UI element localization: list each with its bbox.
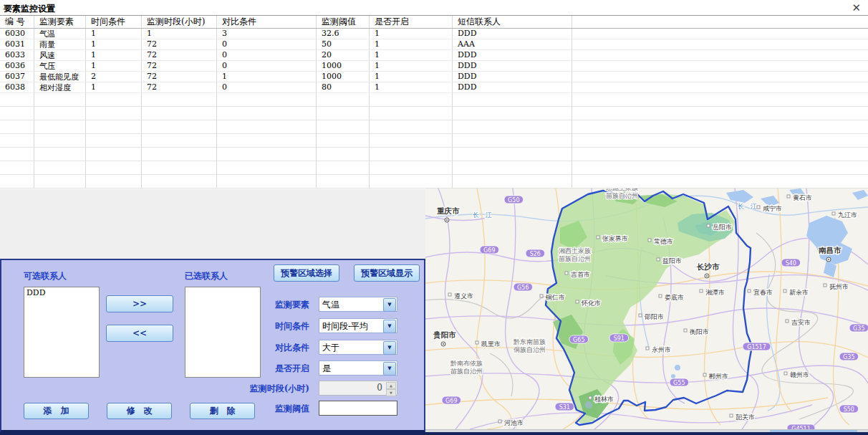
cell [453, 134, 572, 147]
settings-panel: 预警区域选择 预警区域显示 可选联系人 已选联系人 DDD >> << 监测要素… [0, 259, 425, 433]
cell [86, 134, 142, 147]
table-row[interactable]: 6036气压172010001DDD [0, 61, 868, 72]
enabled-label: 是否开启 [201, 360, 309, 376]
cell: DDD [453, 29, 572, 39]
map-svg[interactable]: G50G69S26G56S40G65S91G69S31G55G1517G35G3… [425, 188, 868, 429]
close-icon[interactable]: ✕ [852, 1, 861, 14]
cell: 1 [86, 29, 142, 39]
table-empty-row [0, 93, 868, 107]
cell: DDD [453, 72, 572, 82]
chevron-down-icon[interactable]: ▼ [383, 341, 396, 355]
cell-filler [572, 82, 868, 92]
cell: 6037 [0, 72, 34, 82]
table-empty-row [0, 107, 868, 120]
cell-filler [572, 161, 868, 174]
window-bottom-border [0, 432, 868, 435]
cell: 1 [86, 82, 142, 92]
chevron-down-icon[interactable]: ▼ [383, 362, 396, 376]
cell-filler [572, 61, 868, 71]
cell: 1 [370, 39, 453, 49]
add-button[interactable]: 添 加 [24, 403, 89, 419]
river-label: 长 江 [473, 211, 494, 219]
city-label: 怀化市 [581, 300, 601, 307]
cell: 气压 [34, 61, 86, 71]
cell [0, 107, 34, 120]
cell [86, 120, 142, 133]
road-badge-label: S50 [844, 406, 854, 413]
cell: 1000 [317, 72, 370, 82]
monitor-element-select[interactable]: 气温 ▼ [319, 297, 397, 312]
cell: DDD [453, 50, 572, 60]
city-label: 黄石市 [793, 194, 812, 201]
cell [0, 175, 34, 188]
cell: 72 [142, 82, 217, 92]
road-badge-label: G35 [853, 325, 864, 332]
map-canvas[interactable]: G50G69S26G56S40G65S91G69S31G55G1517G35G3… [425, 188, 868, 429]
cell [370, 148, 453, 161]
table-row[interactable]: 6033风速1720201DDD [0, 50, 868, 61]
cell [142, 148, 217, 161]
modify-button[interactable]: 修 改 [107, 403, 172, 419]
cell [370, 175, 453, 188]
road-badge-label: S26 [530, 251, 541, 257]
column-header[interactable]: 编 号 [0, 16, 34, 28]
cell [453, 107, 572, 120]
cell-filler [572, 107, 868, 120]
cell [217, 93, 317, 106]
city-label: 赣州市 [790, 371, 809, 378]
cell: 1 [370, 50, 453, 60]
city-label: 益阳市 [662, 257, 682, 264]
table-empty-row [0, 175, 868, 188]
chevron-down-icon[interactable]: ▼ [383, 320, 396, 333]
warn-area-select-button[interactable]: 预警区域选择 [274, 264, 339, 282]
road-badge-label: S91 [614, 335, 625, 342]
column-header[interactable]: 短信联系人 [453, 16, 572, 28]
column-header[interactable]: 时间条件 [86, 16, 142, 28]
cell-filler [572, 50, 868, 60]
road-badge-label: S31 [559, 404, 570, 411]
column-header[interactable]: 对比条件 [217, 16, 317, 28]
cell [34, 107, 86, 120]
table-row[interactable]: 6037最低能见度272110001DDD [0, 72, 868, 82]
city-label: 韶关市 [736, 414, 755, 421]
cell [453, 175, 572, 188]
city-label: 湘潭市 [705, 289, 725, 296]
cell [317, 148, 370, 161]
cell: 最低能见度 [34, 72, 86, 82]
region-label: 苗族自治州 [606, 192, 638, 199]
road-badge-label: G65 [573, 337, 584, 343]
cell: 6033 [0, 50, 34, 60]
table-row[interactable]: 6030气温11332.61DDD [0, 29, 868, 39]
enabled-select[interactable]: 是 ▼ [319, 360, 397, 376]
cell: 1 [370, 82, 453, 92]
cell [0, 120, 34, 133]
cell [142, 161, 217, 174]
delete-button[interactable]: 删 除 [190, 403, 255, 419]
table-row[interactable]: 6038相对湿度1720801DDD [0, 82, 868, 93]
cell: AAA [453, 39, 572, 49]
cell-filler [572, 134, 868, 147]
warn-area-show-button[interactable]: 预警区域显示 [354, 264, 420, 282]
cell [317, 120, 370, 133]
city-label: 凯里市 [481, 340, 501, 348]
cell [453, 148, 572, 161]
table-row[interactable]: 6031雨量1720501AAA [0, 39, 868, 50]
cell [142, 120, 217, 133]
cell: 相对湿度 [34, 82, 86, 92]
cell: 1 [86, 39, 142, 49]
column-header[interactable]: 监测阈值 [317, 16, 370, 28]
city-label: 郴州市 [708, 373, 728, 380]
time-condition-select[interactable]: 时间段-平均 ▼ [319, 318, 397, 333]
city-label: 吉首市 [571, 271, 590, 278]
column-header[interactable]: 监测要素 [34, 16, 86, 28]
city-label: 宜春市 [753, 289, 773, 296]
table-empty-row [0, 148, 868, 161]
cell [217, 148, 317, 161]
cell [317, 161, 370, 174]
compare-condition-select[interactable]: 大于 ▼ [319, 340, 397, 355]
column-header[interactable]: 监测时段(小时) [142, 16, 217, 28]
chevron-down-icon[interactable]: ▼ [383, 298, 396, 312]
region-label: 苗族自治州 [450, 368, 483, 375]
column-header[interactable]: 是否开启 [370, 16, 453, 28]
threshold-input[interactable] [319, 401, 397, 416]
